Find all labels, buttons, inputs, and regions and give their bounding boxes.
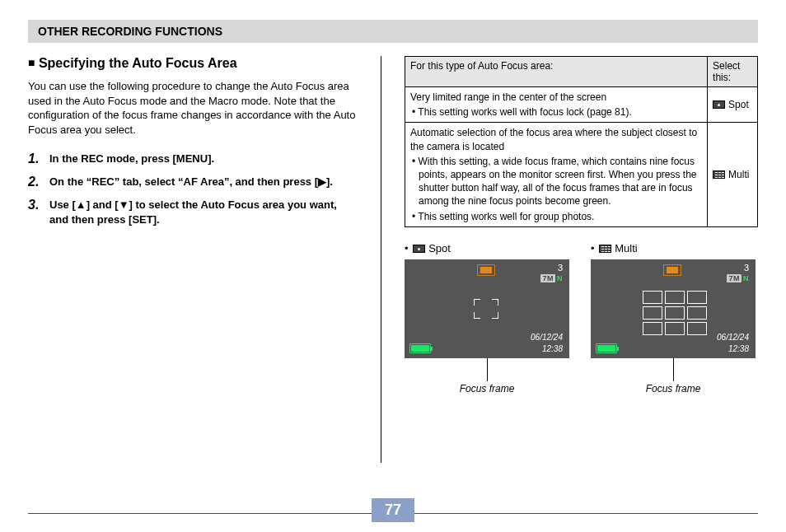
battery-icon — [409, 343, 431, 353]
multi-icon — [599, 245, 611, 253]
step-text: In the REC mode, press [MENU]. — [49, 152, 214, 166]
step-text: Use [▲] and [▼] to select the Auto Focus… — [49, 198, 358, 226]
focus-frame-multi — [643, 291, 707, 335]
step-number: 3. — [28, 198, 49, 226]
table-cell: Very limited range in the center of the … — [405, 87, 708, 123]
table-row: Automatic selection of the focus area wh… — [405, 123, 758, 226]
table-cell: Multi — [708, 123, 758, 226]
preview-label: • Multi — [591, 242, 756, 254]
table-header-row: For this type of Auto Focus area: Select… — [405, 57, 758, 87]
preview-label: • Spot — [405, 242, 569, 254]
preview-multi: • Multi 3 7MN 06/12/24 12:38 Focus frame — [591, 242, 756, 394]
selection-label: Spot — [728, 99, 749, 110]
square-bullet-icon: ■ — [28, 56, 35, 69]
spot-icon — [713, 100, 725, 109]
spot-icon — [413, 245, 425, 253]
intro-paragraph: You can use the following procedure to c… — [28, 79, 358, 137]
preview-row: • Spot 3 7MN 06/12/24 12:38 Focus frame — [405, 242, 758, 394]
preview-label-text: Spot — [428, 242, 451, 254]
selection-label: Multi — [728, 169, 749, 180]
steps-list: 1. In the REC mode, press [MENU]. 2. On … — [28, 152, 358, 226]
mode-indicator-icon — [477, 264, 495, 276]
preview-label-text: Multi — [615, 242, 637, 254]
step-number: 2. — [28, 175, 49, 189]
time-display: 12:38 — [728, 344, 749, 353]
table-cell: Spot — [708, 87, 758, 123]
table-header: For this type of Auto Focus area: — [405, 57, 708, 87]
shots-remaining: 3 — [744, 263, 749, 273]
row-sub-text: • This setting works well with focus loc… — [410, 105, 702, 119]
row-sub-text: • With this setting, a wide focus frame,… — [410, 155, 702, 208]
row-sub-text: • This setting works well for group phot… — [410, 210, 702, 223]
column-divider — [381, 56, 381, 463]
section-title-text: Specifying the Auto Focus Area — [39, 56, 237, 70]
mode-indicator-icon — [663, 264, 681, 276]
callout-label: Focus frame — [405, 383, 569, 394]
bullet-icon: • — [591, 242, 595, 254]
battery-icon — [596, 343, 617, 353]
table-header: Select this: — [708, 57, 758, 87]
resolution-indicator: 7MN — [540, 274, 563, 282]
step-number: 1. — [28, 152, 49, 166]
page-number: 77 — [372, 498, 414, 522]
shots-remaining: 3 — [558, 263, 563, 273]
time-display: 12:38 — [542, 344, 563, 353]
callout-label: Focus frame — [591, 383, 756, 394]
left-column: ■ Specifying the Auto Focus Area You can… — [28, 51, 358, 463]
section-title: ■ Specifying the Auto Focus Area — [28, 56, 358, 71]
resolution-indicator: 7MN — [727, 274, 749, 282]
preview-spot: • Spot 3 7MN 06/12/24 12:38 Focus frame — [405, 242, 569, 394]
row-main-text: Very limited range in the center of the … — [410, 91, 702, 104]
callout-line — [487, 358, 488, 381]
date-display: 06/12/24 — [531, 333, 563, 342]
multi-icon — [713, 170, 725, 179]
section-header: OTHER RECORDING FUNCTIONS — [28, 20, 758, 43]
row-main-text: Automatic selection of the focus area wh… — [410, 126, 702, 152]
lcd-screen-multi: 3 7MN 06/12/24 12:38 — [591, 259, 756, 358]
date-display: 06/12/24 — [717, 333, 749, 342]
focus-frame-spot — [474, 299, 498, 319]
lcd-screen-spot: 3 7MN 06/12/24 12:38 — [405, 259, 569, 358]
step-text: On the “REC” tab, select “AF Area”, and … — [49, 175, 333, 189]
af-area-table: For this type of Auto Focus area: Select… — [405, 56, 758, 227]
callout-line — [673, 358, 674, 381]
bullet-icon: • — [405, 242, 409, 254]
right-column: For this type of Auto Focus area: Select… — [405, 51, 758, 463]
table-cell: Automatic selection of the focus area wh… — [405, 123, 708, 226]
table-row: Very limited range in the center of the … — [405, 87, 758, 123]
